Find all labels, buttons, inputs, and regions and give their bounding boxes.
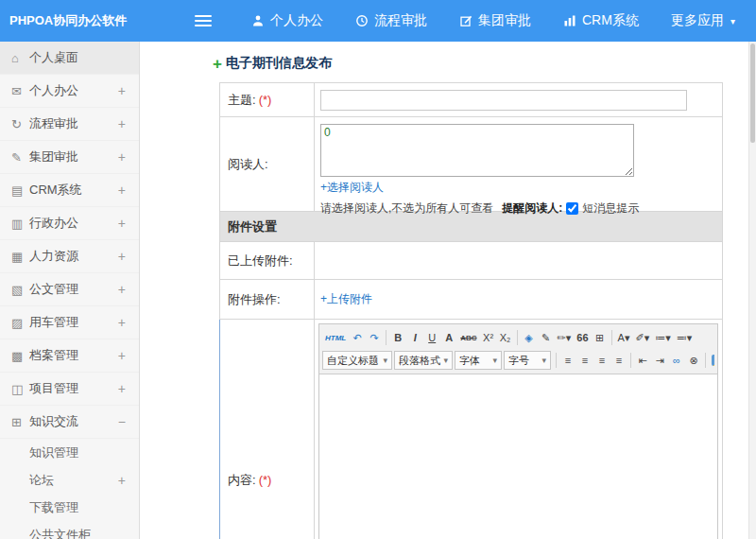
format-painter-button[interactable]: ✎ <box>538 328 555 347</box>
nav-label: 集团审批 <box>478 12 531 29</box>
upload-attachment-link[interactable]: +上传附件 <box>320 291 372 307</box>
readers-hint: 请选择阅读人,不选为所有人可查看 提醒阅读人: 短消息提示 <box>320 200 716 217</box>
sidebar-item-personal-office[interactable]: ✉ 个人办公 + <box>0 75 139 108</box>
redo-button[interactable]: ↷ <box>366 328 383 347</box>
person-icon: ✉ <box>11 84 29 98</box>
sidebar-item-public-file-cabinet[interactable]: 公共文件柜 <box>0 521 139 539</box>
bar-chart-icon <box>563 14 576 27</box>
uploaded-label: 已上传附件: <box>220 242 315 279</box>
expand-icon[interactable]: + <box>118 116 126 131</box>
toolbar-separator <box>611 330 612 345</box>
nav-workflow-approval[interactable]: 流程审批 <box>355 12 427 29</box>
indent-button[interactable]: ⇥ <box>651 351 668 370</box>
sidebar-item-download-mgmt[interactable]: 下载管理 <box>0 494 139 521</box>
toolbar-separator <box>630 353 631 368</box>
sidebar: ⌂ 个人桌面 ✉ 个人办公 + ↻ 流程审批 + ✎ 集团审批 + ▤ CRM系… <box>0 42 140 539</box>
subscript-button[interactable]: X₂ <box>497 328 514 347</box>
align-right-button[interactable]: ≡ <box>593 351 610 370</box>
sidebar-item-admin-office[interactable]: ▥ 行政办公 + <box>0 207 139 240</box>
sidebar-item-workflow-approval[interactable]: ↻ 流程审批 + <box>0 108 139 141</box>
editor-content-area[interactable] <box>319 374 717 539</box>
menu-icon[interactable] <box>195 15 212 26</box>
expand-icon[interactable]: + <box>118 83 126 98</box>
workflow-icon: ↻ <box>11 117 29 131</box>
font-button[interactable]: A <box>440 328 457 347</box>
sidebar-item-document-mgmt[interactable]: ▧ 公文管理 + <box>0 273 139 306</box>
content-row: 内容: (*) HTML ↶ ↷ B I <box>219 320 723 539</box>
main-content: + 电子期刊信息发布 主题: (*) 阅读人: 0 +选择阅读人 <box>141 42 748 539</box>
sidebar-item-group-approval[interactable]: ✎ 集团审批 + <box>0 141 139 174</box>
folder-icon: ▩ <box>11 349 29 363</box>
nav-crm[interactable]: CRM系统 <box>563 12 639 29</box>
align-justify-button[interactable]: ≡ <box>610 351 627 370</box>
emotion-button[interactable]: ⊞ <box>592 328 609 347</box>
expand-icon[interactable]: + <box>118 282 126 297</box>
link-button[interactable]: ∞ <box>668 351 685 370</box>
sidebar-item-archives-mgmt[interactable]: ▩ 档案管理 + <box>0 339 139 373</box>
underline-button[interactable]: U <box>423 328 440 347</box>
background-color-button[interactable]: ✐▾ <box>632 328 652 347</box>
rich-text-editor: HTML ↶ ↷ B I U A ABC X² X₂ <box>318 323 718 539</box>
uploaded-attachments-row: 已上传附件: <box>219 242 723 280</box>
edit-icon <box>459 14 472 27</box>
sidebar-item-knowledge-exchange[interactable]: ⊞ 知识交流 − <box>0 406 139 439</box>
expand-icon[interactable]: + <box>118 216 126 231</box>
blockquote-button[interactable]: 66 <box>574 328 591 347</box>
car-icon: ▨ <box>11 316 29 330</box>
readers-textarea[interactable]: 0 <box>320 124 634 177</box>
sidebar-item-vehicle-mgmt[interactable]: ▨ 用车管理 + <box>0 306 139 339</box>
edit-icon: ✎ <box>11 150 29 165</box>
chat-icon: ⊞ <box>11 415 29 429</box>
remove-format-button[interactable]: ◈ <box>521 328 538 347</box>
scrollbar-thumb[interactable] <box>750 43 755 143</box>
nav-label: 个人办公 <box>270 12 323 29</box>
collapse-icon[interactable]: − <box>118 414 126 429</box>
nav-group-approval[interactable]: 集团审批 <box>459 12 531 29</box>
superscript-button[interactable]: X² <box>480 328 497 347</box>
insert-image-button[interactable] <box>709 351 714 370</box>
sms-checkbox[interactable] <box>566 202 578 215</box>
paragraph-format-select[interactable]: 段落格式 ▾ <box>394 351 453 370</box>
sidebar-item-project-mgmt[interactable]: ◫ 项目管理 + <box>0 373 139 406</box>
unlink-button[interactable]: ⊗ <box>685 351 702 370</box>
select-readers-link[interactable]: +选择阅读人 <box>320 181 384 194</box>
sidebar-item-hr[interactable]: ▦ 人力资源 + <box>0 240 139 273</box>
remind-readers-label: 提醒阅读人: <box>502 200 562 217</box>
app-logo: PHPOA协同办公软件 <box>0 12 140 29</box>
required-mark: (*) <box>259 93 272 107</box>
expand-icon[interactable]: + <box>118 473 126 488</box>
expand-icon[interactable]: + <box>118 381 126 396</box>
strikethrough-button[interactable]: ABC <box>457 328 479 347</box>
sidebar-item-crm[interactable]: ▤ CRM系统 + <box>0 174 139 207</box>
font-family-select[interactable]: 字体 ▾ <box>455 351 502 370</box>
unordered-list-button[interactable]: ≕▾ <box>674 328 696 347</box>
align-left-button[interactable]: ≡ <box>559 351 576 370</box>
expand-icon[interactable]: + <box>118 149 126 165</box>
undo-button[interactable]: ↶ <box>349 328 366 347</box>
italic-button[interactable]: I <box>406 328 423 347</box>
html-source-button[interactable]: HTML <box>322 328 349 347</box>
expand-icon[interactable]: + <box>118 315 126 330</box>
sidebar-item-desktop[interactable]: ⌂ 个人桌面 <box>0 42 139 75</box>
vertical-scrollbar[interactable] <box>748 42 756 539</box>
expand-icon[interactable]: + <box>118 249 126 264</box>
chevron-down-icon: ▾ <box>492 356 497 365</box>
align-center-button[interactable]: ≡ <box>576 351 593 370</box>
ordered-list-button[interactable]: ≔▾ <box>652 328 674 347</box>
chart-icon: ▤ <box>11 183 29 198</box>
sidebar-item-forum[interactable]: 论坛 + <box>0 466 139 494</box>
nav-personal-office[interactable]: 个人办公 <box>251 12 323 29</box>
highlight-button[interactable]: ✏▾ <box>555 328 575 347</box>
expand-icon[interactable]: + <box>118 348 126 363</box>
sidebar-item-knowledge-mgmt[interactable]: 知识管理 <box>0 439 139 466</box>
font-size-select[interactable]: 字号 ▾ <box>504 351 551 370</box>
subject-input[interactable] <box>320 90 687 111</box>
top-nav: 个人办公 流程审批 集团审批 <box>251 12 735 29</box>
font-color-button[interactable]: A▾ <box>615 328 633 347</box>
outdent-button[interactable]: ⇤ <box>634 351 651 370</box>
expand-icon[interactable]: + <box>118 183 126 198</box>
bold-button[interactable]: B <box>389 328 406 347</box>
style-select[interactable]: 自定义标题 ▾ <box>322 351 392 370</box>
publish-form: 主题: (*) 阅读人: 0 +选择阅读人 请选择阅读人,不选为所有人可查看 提… <box>219 82 723 539</box>
nav-more-apps[interactable]: 更多应用 ▾ <box>671 12 735 29</box>
